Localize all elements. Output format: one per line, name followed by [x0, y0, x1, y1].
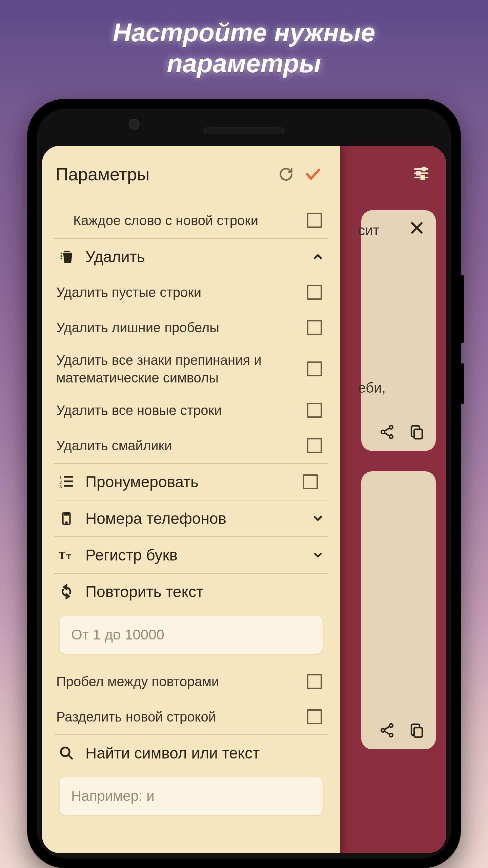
parameters-panel: Параметры Каждое слово с новой строки	[42, 146, 340, 853]
section-phone-numbers[interactable]: Номера телефонов	[54, 500, 328, 536]
phone-icon	[56, 511, 77, 526]
section-find[interactable]: Найти символ или текст	[54, 734, 328, 771]
section-enumerate[interactable]: 123 Пронумеровать	[54, 463, 328, 500]
section-title: Повторить текст	[77, 583, 326, 601]
option-split-newline[interactable]: Разделить новой строкой	[54, 699, 328, 734]
list-numbered-icon: 123	[56, 474, 77, 490]
svg-line-17	[384, 726, 390, 730]
repeat-count-input[interactable]: От 1 до 10000	[60, 616, 323, 654]
svg-rect-24	[64, 481, 73, 482]
section-delete[interactable]: Удалить	[54, 238, 328, 275]
checkbox[interactable]	[307, 709, 322, 724]
option-delete-empty-lines[interactable]: Удалить пустые строки	[54, 275, 328, 310]
option-label: Удалить все знаки препинания и математич…	[56, 351, 307, 387]
svg-rect-4	[417, 172, 420, 175]
svg-text:3: 3	[59, 485, 62, 490]
svg-line-18	[384, 731, 390, 734]
svg-line-32	[68, 755, 72, 759]
chevron-down-icon	[310, 512, 326, 525]
tune-icon[interactable]	[413, 165, 430, 182]
phone-speaker	[203, 127, 285, 134]
svg-line-12	[384, 433, 390, 436]
app-screen: сит еби,	[42, 146, 446, 853]
svg-rect-23	[64, 476, 73, 478]
share-icon[interactable]	[379, 722, 395, 738]
partial-text: сит	[358, 222, 380, 239]
option-label: Удалить смайлики	[56, 437, 307, 454]
svg-rect-5	[421, 176, 424, 179]
search-icon	[56, 746, 77, 761]
repeat-icon	[56, 584, 77, 599]
partial-text: еби,	[358, 380, 386, 396]
section-title: Найти символ или текст	[77, 744, 326, 762]
section-repeat[interactable]: Повторить текст	[54, 573, 328, 610]
checkbox[interactable]	[307, 320, 322, 335]
background-card	[361, 471, 436, 749]
svg-rect-25	[64, 485, 73, 487]
option-label: Разделить новой строкой	[56, 708, 307, 726]
section-letter-case[interactable]: TT Регистр букв	[54, 536, 328, 573]
option-delete-emoji[interactable]: Удалить смайлики	[54, 428, 328, 463]
option-label: Пробел между повторами	[56, 673, 307, 690]
phone-side-button	[460, 275, 464, 343]
option-label: Удалить все новые строки	[56, 401, 307, 419]
panel-header: Параметры	[42, 146, 340, 203]
option-delete-punctuation[interactable]: Удалить все знаки препинания и математич…	[54, 345, 328, 393]
option-delete-new-lines[interactable]: Удалить все новые строки	[54, 393, 328, 428]
find-input[interactable]: Например: и	[60, 777, 323, 815]
checkbox[interactable]	[307, 438, 322, 453]
trash-icon	[56, 249, 77, 264]
checkbox[interactable]	[307, 361, 322, 376]
option-delete-extra-spaces[interactable]: Удалить лишние пробелы	[54, 310, 328, 345]
refresh-button[interactable]	[272, 167, 300, 182]
svg-rect-3	[423, 168, 425, 171]
confirm-button[interactable]	[300, 165, 327, 183]
svg-rect-13	[414, 429, 422, 439]
promo-heading: Настройте нужные параметры	[113, 17, 375, 79]
checkbox[interactable]	[303, 474, 318, 489]
option-label: Удалить лишние пробелы	[56, 319, 307, 336]
option-space-between-repeats[interactable]: Пробел между повторами	[54, 664, 328, 699]
close-icon[interactable]	[409, 220, 425, 236]
copy-icon[interactable]	[409, 722, 425, 738]
phone-frame: сит еби,	[27, 99, 461, 868]
phone-side-button	[460, 363, 464, 404]
text-case-icon: TT	[56, 547, 77, 563]
checkbox[interactable]	[307, 285, 322, 300]
section-title: Удалить	[77, 248, 310, 266]
section-title: Номера телефонов	[77, 509, 310, 528]
chevron-down-icon	[310, 549, 326, 561]
copy-icon[interactable]	[409, 424, 425, 440]
option-label: Удалить пустые строки	[56, 283, 307, 301]
svg-line-11	[384, 428, 390, 431]
share-icon[interactable]	[379, 424, 395, 440]
svg-rect-27	[65, 514, 68, 515]
svg-rect-19	[414, 728, 422, 737]
background-card: сит еби,	[361, 210, 436, 451]
section-title: Пронумеровать	[77, 473, 303, 491]
checkbox[interactable]	[307, 674, 322, 689]
chevron-up-icon	[310, 250, 326, 263]
option-label: Каждое слово с новой строки	[56, 212, 307, 229]
panel-title: Параметры	[56, 164, 272, 184]
svg-text:T: T	[59, 550, 65, 561]
option-each-word-new-line[interactable]: Каждое слово с новой строки	[54, 203, 328, 238]
checkbox[interactable]	[307, 403, 322, 418]
svg-point-28	[66, 522, 67, 524]
svg-text:T: T	[66, 553, 71, 561]
checkbox[interactable]	[307, 213, 322, 228]
section-title: Регистр букв	[77, 546, 310, 564]
